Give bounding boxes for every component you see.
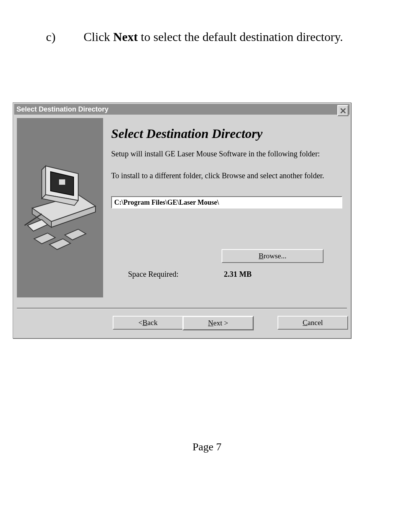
instruction-text-bold: Next: [113, 30, 138, 44]
page-number: Page 7: [0, 441, 414, 453]
next-button-post: ext >: [214, 319, 228, 327]
title-bar: Select Destination Directory: [14, 104, 350, 115]
instruction-text-pre: Click: [84, 30, 113, 44]
close-button[interactable]: [337, 105, 348, 116]
svg-marker-6: [42, 166, 46, 199]
back-button-pre: <: [138, 319, 143, 327]
svg-marker-14: [65, 229, 86, 240]
back-button[interactable]: < Back: [113, 316, 183, 330]
installer-dialog: Select Destination Directory: [13, 102, 351, 338]
next-button[interactable]: Next >: [182, 316, 254, 330]
back-button-ul: B: [143, 319, 148, 327]
instruction-line: c) Click Next to select the default dest…: [46, 30, 343, 44]
close-icon: [340, 108, 346, 114]
dialog-line-1: Setup will install GE Laser Mouse Softwa…: [111, 149, 345, 159]
cancel-button[interactable]: Cancel: [278, 316, 348, 330]
cancel-button-ul: C: [303, 319, 308, 327]
browse-button-rest: rowse...: [264, 252, 287, 260]
next-button-ul: N: [208, 319, 214, 327]
wizard-side-image: [17, 118, 103, 297]
space-required-value: 2.31 MB: [224, 270, 251, 279]
svg-marker-12: [34, 233, 55, 244]
browse-button-ul: B: [259, 252, 264, 260]
instruction-marker: c): [46, 30, 80, 44]
svg-rect-9: [59, 179, 65, 185]
svg-marker-13: [49, 239, 71, 250]
dialog-separator: [17, 308, 347, 309]
dialog-line-2: To install to a different folder, click …: [111, 171, 345, 181]
title-bar-text: Select Destination Directory: [16, 105, 108, 113]
computer-illustration-icon: [21, 156, 99, 264]
dialog-body: Select Destination Directory Setup will …: [109, 118, 345, 209]
dialog-heading: Select Destination Directory: [111, 126, 345, 141]
dialog-button-row: < Back Next > Cancel: [17, 316, 347, 331]
browse-button[interactable]: Browse...: [222, 249, 324, 263]
destination-path-field[interactable]: C:\Program Files\GE\Laser Mouse\: [111, 196, 342, 209]
space-required-label: Space Required:: [128, 270, 224, 279]
space-required-row: Space Required: 2.31 MB: [128, 270, 335, 279]
back-button-post: ack: [148, 319, 158, 327]
cancel-button-post: ancel: [307, 319, 323, 327]
instruction-text-post: to select the default destination direct…: [138, 30, 343, 44]
